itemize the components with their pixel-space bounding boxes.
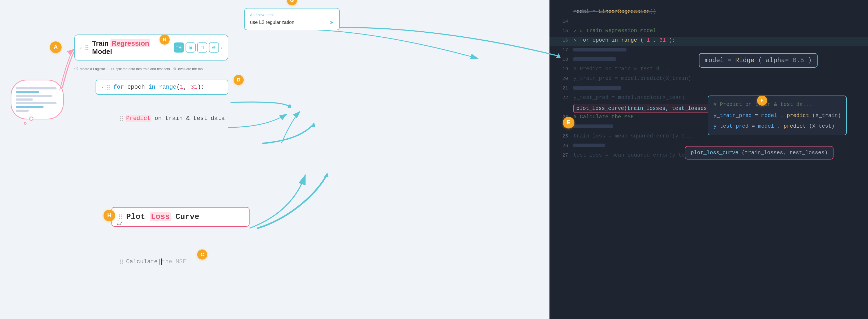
svg-marker-5 — [311, 122, 315, 127]
add-detail-input[interactable] — [250, 20, 327, 25]
toolbar-copy-btn[interactable]: □+ — [174, 42, 184, 53]
train-model-box[interactable]: › Train Regression Model B □+ 🗑 □ ⊕ › — [74, 34, 228, 61]
for-epoch-box[interactable]: › for epoch in range(1, 31): D — [96, 79, 228, 95]
send-icon[interactable]: ➤ — [330, 19, 334, 26]
sub-item-logistic[interactable]: ⓘ create a Logistic... — [74, 66, 108, 71]
code-line-21: 21 — [550, 85, 868, 94]
add-detail-label: Add new detail — [250, 13, 334, 17]
predict-block[interactable]: Predict on train & test data — [114, 111, 263, 126]
calc-drag-handle[interactable] — [119, 259, 123, 265]
calculate-mse-box[interactable]: Calculate|the MSE C — [114, 255, 191, 269]
code-line-strikethrough: model = LinearRegression() — [550, 8, 868, 18]
code-line-15: 15 › # Train Regression Model — [550, 27, 868, 37]
thought-cloud — [8, 74, 66, 122]
train-model-title: Train Regression Model — [92, 39, 159, 56]
predict-callout-box: # Predict on train & test da... y_train_… — [708, 96, 847, 135]
sub-item-evaluate[interactable]: ⚙ evaluate the mo... — [173, 66, 206, 71]
label-g: G — [287, 0, 297, 5]
label-e: E — [563, 117, 575, 128]
toolbar-add-btn[interactable]: ⊕ — [209, 42, 219, 53]
sub-item-label: create a Logistic... — [80, 67, 108, 71]
label-f: F — [757, 96, 767, 106]
collapse-chevron-epoch[interactable]: › — [101, 85, 103, 90]
ridge-callout-box: model = Ridge ( alpha= 0.5 ) — [699, 53, 817, 68]
collapse-chevron[interactable]: › — [80, 45, 82, 51]
sub-item-label: split the data into train and test sets — [116, 67, 170, 71]
label-c: C — [197, 250, 207, 260]
svg-marker-4 — [287, 103, 291, 108]
label-h: H — [103, 210, 115, 221]
code-line-14: 14 — [550, 18, 868, 27]
plot-loss-box[interactable]: Plot Loss Curve — [112, 207, 250, 227]
sub-item-split[interactable]: ⊡ split the data into train and test set… — [111, 66, 170, 71]
info-icon: ⓘ — [74, 66, 78, 71]
label-a: A — [50, 41, 62, 53]
code-line-20: 20 y_train_pred = model.predict(X_train) — [550, 75, 868, 85]
split-icon: ⊡ — [111, 67, 114, 71]
add-detail-popup[interactable]: Add new detail ➤ G — [244, 8, 340, 30]
calc-mse-text: Calculate|the MSE — [126, 258, 186, 265]
plot-loss-text: Plot Loss Curve — [126, 212, 199, 221]
epoch-drag-handle[interactable] — [106, 85, 110, 90]
sub-item-label: evaluate the mo... — [178, 67, 206, 71]
plot-callout-box: plot_loss_curve (train_losses, test_loss… — [685, 146, 834, 160]
toolbar-expand-btn[interactable]: □ — [197, 42, 207, 53]
code-line-16: 16 › for epoch in range ( 1 , 31 ): — [550, 37, 868, 46]
toolbar-delete-btn[interactable]: 🗑 — [186, 42, 196, 53]
for-epoch-text: for epoch in range(1, 31): — [113, 84, 205, 91]
code-panel: model = LinearRegression() 14 15 › # Tra… — [550, 0, 868, 319]
label-d: D — [234, 75, 244, 85]
cursor-hand-icon: ☞ — [116, 218, 124, 228]
predict-text: Predict on train & test data — [126, 115, 225, 122]
sub-items-row: ⓘ create a Logistic... ⊡ split the data … — [74, 66, 206, 71]
drag-handle[interactable] — [85, 44, 89, 51]
svg-marker-6 — [324, 172, 329, 177]
gear-icon: ⚙ — [173, 67, 177, 71]
toolbar: B □+ 🗑 □ ⊕ › — [162, 42, 222, 53]
label-b: B — [159, 34, 169, 44]
predict-drag-handle[interactable] — [119, 116, 123, 122]
toolbar-more-arrow[interactable]: › — [221, 44, 222, 51]
